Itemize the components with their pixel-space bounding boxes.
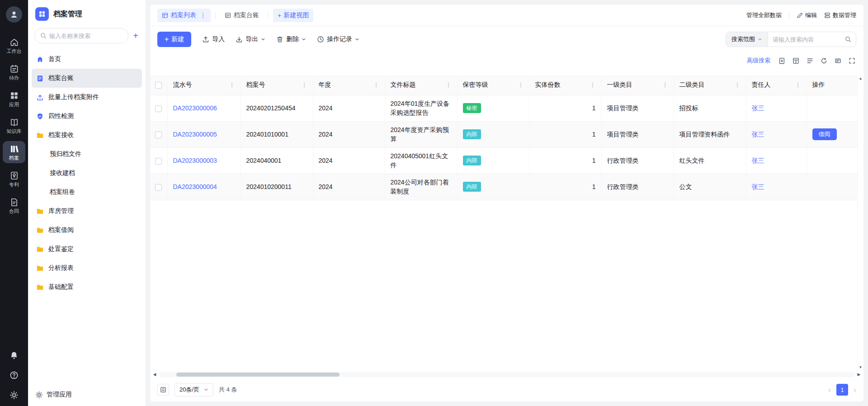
vertical-scrollbar[interactable]: ▲▼ xyxy=(857,75,863,371)
rail-item-archive[interactable]: 档案 xyxy=(3,141,25,163)
sidebar-item-8[interactable]: 分析报表 xyxy=(32,259,142,278)
column-menu-icon[interactable]: ⋮ xyxy=(302,81,307,88)
sidebar-item-4[interactable]: 档案接收 xyxy=(32,126,142,145)
table-search-input[interactable] xyxy=(768,36,845,43)
scroll-up-icon[interactable]: ▲ xyxy=(859,76,863,80)
scroll-down-icon[interactable]: ▼ xyxy=(859,365,863,369)
sidebar-item-5[interactable]: 库房管理 xyxy=(32,202,142,221)
settings-icon[interactable] xyxy=(9,391,19,400)
card-view-icon[interactable] xyxy=(835,57,841,64)
rail-item-patent[interactable]: 专利 xyxy=(3,168,25,190)
main-area: 档案列表 ⋮ 档案台账 + 新建视图 管理全部数据 xyxy=(146,0,868,406)
next-page-button[interactable]: › xyxy=(854,386,856,394)
column-menu-icon[interactable]: ⋮ xyxy=(735,81,741,88)
sidebar-item-7[interactable]: 处置鉴定 xyxy=(32,240,142,259)
manage-all-data-button[interactable]: 管理全部数据 xyxy=(746,11,782,19)
rail-item-contract[interactable]: 合同 xyxy=(3,194,25,217)
search-scope-select[interactable]: 搜索范围 xyxy=(726,32,768,47)
notifications-icon[interactable] xyxy=(9,351,19,360)
owner-link[interactable]: 张三 xyxy=(752,183,764,190)
rail-item-knowledge[interactable]: 知识库 xyxy=(3,114,25,137)
folder-icon xyxy=(36,264,44,272)
column-menu-icon[interactable]: ⋮ xyxy=(373,81,379,88)
serial-link[interactable]: DA2023000006 xyxy=(173,104,217,112)
borrow-button[interactable]: 借阅 xyxy=(812,128,837,140)
rail-item-todo[interactable]: 待办 xyxy=(3,61,25,83)
user-avatar[interactable] xyxy=(6,6,22,23)
row-checkbox[interactable] xyxy=(155,105,162,112)
serial-link[interactable]: DA2023000003 xyxy=(173,157,217,164)
add-button[interactable]: + xyxy=(132,31,139,40)
copies-cell: 1 xyxy=(529,174,601,200)
delete-button[interactable]: 删除 xyxy=(276,35,306,43)
select-all-checkbox[interactable] xyxy=(155,82,162,89)
sidebar-search-input[interactable] xyxy=(49,33,123,39)
prev-page-button[interactable]: ‹ xyxy=(828,386,831,394)
column-header-year: 年度⋮ xyxy=(313,75,385,95)
page-settings-icon[interactable] xyxy=(157,384,169,396)
column-menu-icon[interactable]: ⋮ xyxy=(446,81,452,88)
column-menu-icon[interactable]: ⋮ xyxy=(518,81,524,88)
column-menu-icon[interactable]: ⋮ xyxy=(662,81,668,88)
serial-link[interactable]: DA2023000005 xyxy=(173,131,217,138)
rail-item-apps[interactable]: 应用 xyxy=(3,88,25,110)
scroll-left-icon[interactable]: ◀ xyxy=(151,372,158,377)
export-file-icon[interactable] xyxy=(778,57,785,64)
refresh-icon[interactable] xyxy=(821,57,827,64)
category2-cell: 红头文件 xyxy=(674,147,746,174)
new-view-button[interactable]: + 新建视图 xyxy=(273,9,313,22)
column-menu-icon[interactable]: ⋮ xyxy=(590,81,596,88)
sidebar-item-3[interactable]: 四性检测 xyxy=(32,107,142,126)
workbench-icon xyxy=(9,38,19,47)
year-cell: 2024 xyxy=(313,121,385,147)
table-grid-icon[interactable] xyxy=(793,57,799,64)
row-checkbox[interactable] xyxy=(155,184,162,191)
owner-link[interactable]: 张三 xyxy=(752,104,764,112)
new-button[interactable]: + 新建 xyxy=(157,32,191,47)
rail-item-label: 应用 xyxy=(9,102,19,107)
import-button[interactable]: 导入 xyxy=(202,35,225,43)
edit-button[interactable]: 编辑 xyxy=(797,11,817,19)
row-checkbox[interactable] xyxy=(155,158,162,165)
rail-item-label: 合同 xyxy=(9,209,19,214)
owner-link[interactable]: 张三 xyxy=(752,131,764,138)
horizontal-scrollbar[interactable]: ◀ ▶ xyxy=(150,371,863,378)
sidebar-subitem[interactable]: 接收建档 xyxy=(32,164,142,183)
export-button[interactable]: 导出 xyxy=(236,35,265,43)
clock-icon xyxy=(317,36,324,43)
column-settings-icon[interactable] xyxy=(807,57,813,64)
row-checkbox[interactable] xyxy=(155,132,162,138)
column-menu-icon[interactable]: ⋮ xyxy=(229,81,235,88)
rail-item-workbench[interactable]: 工作台 xyxy=(3,34,25,57)
chevron-down-icon xyxy=(355,37,359,42)
search-icon[interactable] xyxy=(845,36,856,42)
tab-archive-list[interactable]: 档案列表 ⋮ xyxy=(157,9,211,22)
help-icon[interactable] xyxy=(9,371,19,380)
manage-apps-button[interactable]: 管理应用 xyxy=(28,383,146,406)
year-cell: 2024 xyxy=(313,174,385,200)
owner-link[interactable]: 张三 xyxy=(752,157,764,164)
page-size-select[interactable]: 20条/页 xyxy=(175,383,213,397)
scroll-right-icon[interactable]: ▶ xyxy=(856,372,862,377)
sidebar-item-6[interactable]: 档案借阅 xyxy=(32,221,142,240)
sidebar-item-2[interactable]: 批量上传档案附件 xyxy=(32,88,142,107)
serial-link[interactable]: DA2023000004 xyxy=(173,183,217,190)
sidebar-item-0[interactable]: 首页 xyxy=(32,50,142,69)
sidebar-subitem[interactable]: 预归档文件 xyxy=(32,145,142,164)
scrollbar-thumb[interactable] xyxy=(176,373,340,377)
current-page-button[interactable]: 1 xyxy=(836,384,848,396)
table-row: DA2023000004202401020001120242024公司对各部门着… xyxy=(150,174,863,200)
tab-menu-icon[interactable]: ⋮ xyxy=(200,12,206,19)
advanced-search-link[interactable]: 高级搜索 xyxy=(747,57,770,65)
app-root: 工作台待办应用知识库档案专利合同 档案管理 + 首页档案台账批量上传档案附件四性… xyxy=(0,0,868,406)
sidebar-item-1[interactable]: 档案台账 xyxy=(32,69,142,88)
ops-record-button[interactable]: 操作记录 xyxy=(317,35,359,43)
sidebar-subitem[interactable]: 档案组卷 xyxy=(32,183,142,202)
fullscreen-icon[interactable] xyxy=(849,57,855,64)
data-manage-button[interactable]: 数据管理 xyxy=(824,11,856,19)
sidebar-item-9[interactable]: 基础配置 xyxy=(32,278,142,297)
ledger-view-icon xyxy=(225,12,231,19)
scrollbar-track[interactable] xyxy=(159,372,855,377)
column-menu-icon[interactable]: ⋮ xyxy=(795,81,801,88)
tab-archive-ledger[interactable]: 档案台账 xyxy=(220,9,264,22)
